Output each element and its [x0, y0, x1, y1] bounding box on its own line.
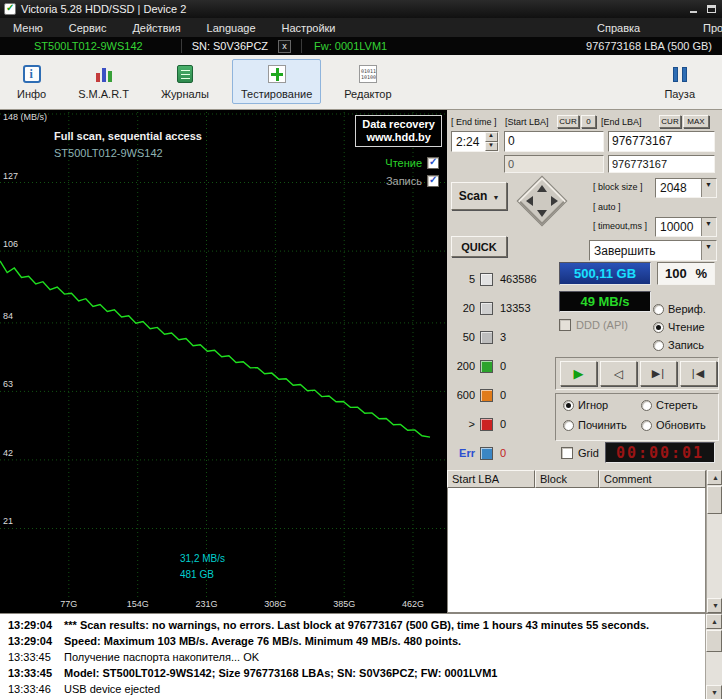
watermark-line2: www.hdd.by — [362, 131, 435, 144]
toolbar-info-button[interactable]: Инфо — [8, 59, 55, 104]
dpad-right-icon[interactable] — [551, 196, 558, 206]
end-lba-input[interactable]: 976773167 — [608, 131, 715, 152]
scroll-down-button[interactable] — [707, 598, 722, 613]
dpad-left-icon[interactable] — [526, 196, 533, 206]
mode-read-option[interactable]: Чтение — [653, 321, 705, 333]
x-axis-label: 231G — [195, 599, 217, 609]
watermark: Data recovery www.hdd.by — [355, 115, 442, 147]
end-lba-readout[interactable]: 976773167 — [608, 155, 715, 173]
dpad-down-icon[interactable] — [537, 210, 547, 217]
ddd-api-checkbox[interactable] — [559, 319, 571, 331]
start-lba-readout: 0 — [504, 155, 604, 173]
restore-button[interactable] — [705, 4, 718, 15]
hex-editor-icon — [355, 62, 381, 86]
log-panel: 13:29:04*** Scan results: no warnings, n… — [0, 613, 722, 699]
latency-color-swatch — [480, 273, 493, 286]
control-panel: [ End time ] [Start LBA] CUR 0 [End LBA]… — [447, 110, 722, 613]
write-curve-toggle-row: Запись — [386, 175, 439, 187]
log-line: 13:33:45Model: ST500LT012-9WS142; Size 9… — [0, 665, 722, 681]
toolbar: Инфо S.M.A.R.T Журналы Тестирование Реда… — [0, 55, 722, 110]
column-block[interactable]: Block — [535, 470, 599, 488]
column-start-lba[interactable]: Start LBA — [447, 470, 535, 488]
end-time-spinner[interactable]: 2:24 — [451, 131, 499, 152]
spin-down-button[interactable] — [485, 142, 498, 152]
cursor-speed-annotation: 31,2 MB/s — [180, 553, 225, 564]
latency-color-swatch — [480, 389, 493, 402]
menu-item-service[interactable]: Сервис — [56, 19, 120, 37]
start-lba-cur-button[interactable]: CUR — [557, 115, 579, 128]
action-remap-option[interactable]: Починить — [563, 419, 627, 431]
skip-back-button[interactable] — [680, 361, 717, 386]
latency-color-swatch — [480, 331, 493, 344]
toolbar-pause-button[interactable]: Пауза — [655, 59, 704, 104]
latency-row-20ms: 2013353 — [449, 301, 531, 315]
spin-up-button[interactable] — [485, 132, 498, 142]
action-refresh-option[interactable]: Обновить — [641, 419, 706, 431]
menu-item-language[interactable]: Language — [194, 19, 269, 37]
toolbar-testing-button[interactable]: Тестирование — [232, 59, 321, 104]
defect-table-body[interactable] — [447, 488, 706, 613]
start-scan-button[interactable] — [560, 361, 597, 386]
toolbar-smart-button[interactable]: S.M.A.R.T — [69, 59, 138, 104]
action-erase-option[interactable]: Стереть — [641, 399, 698, 411]
column-comment[interactable]: Comment — [599, 470, 706, 488]
end-lba-cur-button[interactable]: CUR — [659, 115, 681, 128]
menu-items: МенюСервисДействияLanguageНастройки — [0, 19, 349, 37]
log-line: 13:33:46USB device ejected — [0, 681, 722, 697]
end-lba-max-button[interactable]: MAX — [683, 115, 709, 128]
table-scrollbar[interactable] — [706, 470, 722, 613]
latency-color-swatch — [480, 302, 493, 315]
start-lba-input[interactable]: 0 — [504, 131, 604, 152]
timeout-label: [ timeout,ms ] — [593, 221, 647, 231]
dropdown-arrow-icon[interactable] — [701, 179, 716, 197]
elapsed-timer-display: 00:00:01 — [605, 442, 715, 463]
menu-item-help[interactable]: Справка — [584, 19, 653, 37]
scroll-up-button[interactable] — [706, 614, 722, 629]
x-axis-label: 385G — [333, 599, 355, 609]
action-ignore-option[interactable]: Игнор — [563, 399, 608, 411]
on-finish-select[interactable]: Завершить — [589, 240, 717, 261]
block-size-select[interactable]: 2048 — [655, 178, 717, 198]
app-window: Victoria 5.28 HDD/SSD | Device 2 МенюСер… — [0, 0, 722, 699]
latency-row-50ms: 503 — [449, 330, 506, 344]
menu-item-settings[interactable]: Настройки — [269, 19, 349, 37]
y-axis-label: 63 — [3, 379, 13, 389]
dropdown-arrow-icon[interactable] — [701, 241, 716, 260]
device-capacity: 976773168 LBA (500 GB) — [586, 40, 722, 52]
scrollbar-thumb[interactable] — [706, 630, 722, 652]
watermark-line1: Data recovery — [362, 118, 435, 131]
mode-verify-option[interactable]: Вериф. — [653, 303, 706, 315]
radio-icon — [563, 420, 574, 431]
menu-item-menu[interactable]: Меню — [0, 19, 56, 37]
device-serial: SN: S0V36PCZ — [182, 40, 278, 52]
test-plus-icon — [264, 62, 290, 86]
quick-button[interactable]: QUICK — [451, 236, 507, 257]
device-firmware: Fw: 0001LVM1 — [302, 40, 399, 52]
minimize-button[interactable] — [687, 4, 700, 15]
latency-color-swatch — [480, 360, 493, 373]
log-scrollbar[interactable] — [705, 614, 722, 699]
close-device-button[interactable]: x — [278, 40, 291, 53]
start-lba-zero-button[interactable]: 0 — [581, 115, 596, 128]
radio-icon — [641, 400, 652, 411]
seek-dpad[interactable] — [513, 172, 571, 230]
read-curve-checkbox[interactable] — [427, 157, 439, 169]
write-curve-checkbox[interactable] — [427, 175, 439, 187]
toolbar-journals-button[interactable]: Журналы — [152, 59, 218, 104]
toolbar-editor-button[interactable]: Редактор — [335, 59, 400, 104]
skip-forward-button[interactable] — [640, 361, 677, 386]
timeout-select[interactable]: 10000 — [655, 217, 717, 237]
scroll-up-button[interactable] — [707, 470, 722, 485]
dropdown-arrow-icon[interactable] — [701, 218, 716, 236]
scrollbar-thumb[interactable] — [707, 486, 722, 514]
menu-item-view[interactable]: Просм — [690, 19, 722, 37]
graph-canvas — [0, 110, 447, 613]
y-axis-label: 106 — [3, 239, 18, 249]
dpad-up-icon[interactable] — [537, 185, 547, 192]
grid-checkbox[interactable] — [561, 447, 573, 459]
scroll-down-button[interactable] — [706, 685, 722, 699]
scan-button[interactable]: Scan — [451, 182, 507, 210]
menu-item-actions[interactable]: Действия — [119, 19, 193, 37]
step-back-button[interactable] — [600, 361, 637, 386]
mode-write-option[interactable]: Запись — [653, 339, 704, 351]
